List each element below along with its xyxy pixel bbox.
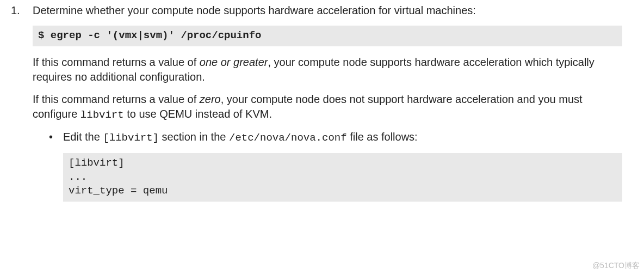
para-one-or-greater: If this command returns a value of one o…	[33, 55, 622, 84]
step-1: 1. Determine whether your compute node s…	[11, 3, 622, 202]
para-zero: If this command returns a value of zero,…	[33, 92, 622, 123]
emphasis-one-or-greater: one or greater	[200, 56, 268, 68]
code-nova-conf: [libvirt] ... virt_type = qemu	[63, 153, 622, 202]
watermark: @51CTO博客	[592, 260, 640, 271]
emphasis-zero: zero	[200, 93, 221, 105]
step-intro: Determine whether your compute node supp…	[33, 3, 622, 18]
step-number: 1.	[11, 3, 20, 18]
text: to use QEMU instead of KVM.	[124, 108, 272, 120]
step-list: 1. Determine whether your compute node s…	[11, 3, 622, 202]
text: file as follows:	[347, 131, 418, 143]
sub-list: • Edit the [libvirt] section in the /etc…	[33, 130, 622, 202]
text: Edit the	[63, 131, 103, 143]
code-libvirt: libvirt	[81, 109, 124, 121]
text: If this command returns a value of	[33, 56, 200, 68]
code-egrep: $ egrep -c '(vmx|svm)' /proc/cpuinfo	[33, 26, 622, 46]
sub-item-edit: • Edit the [libvirt] section in the /etc…	[49, 130, 622, 202]
code-path: /etc/nova/nova.conf	[229, 132, 347, 144]
text: If this command returns a value of	[33, 93, 200, 105]
bullet-icon: •	[49, 130, 53, 144]
text: section in the	[159, 131, 229, 143]
document-page: 1. Determine whether your compute node s…	[0, 0, 644, 273]
sub-line: Edit the [libvirt] section in the /etc/n…	[63, 130, 622, 145]
code-section: [libvirt]	[103, 132, 159, 144]
